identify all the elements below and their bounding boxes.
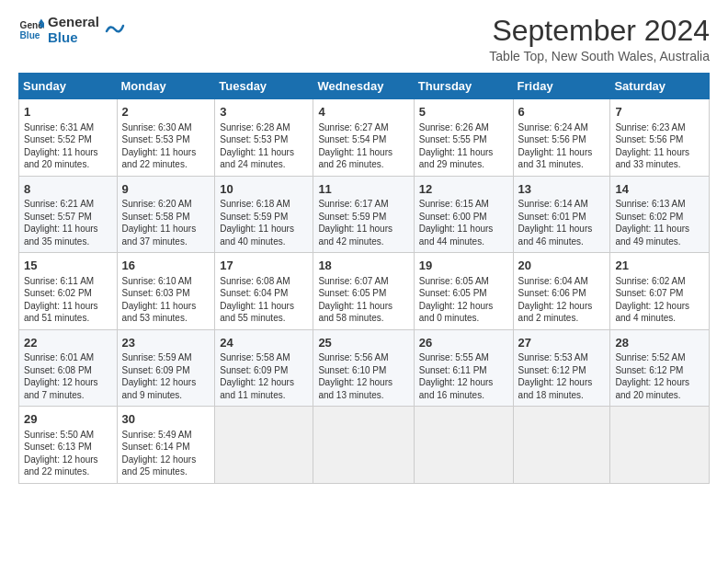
header: General Blue General Blue September 2024… bbox=[18, 15, 710, 63]
table-row: 30Sunrise: 5:49 AM Sunset: 6:14 PM Dayli… bbox=[117, 407, 215, 484]
day-number: 1 bbox=[24, 104, 112, 121]
day-number: 22 bbox=[24, 335, 112, 351]
calendar-week-row: 22Sunrise: 6:01 AM Sunset: 6:08 PM Dayli… bbox=[19, 329, 710, 407]
day-info: Sunrise: 6:20 AM Sunset: 5:58 PM Dayligh… bbox=[122, 198, 210, 247]
table-row: 13Sunrise: 6:14 AM Sunset: 6:01 PM Dayli… bbox=[513, 176, 610, 253]
page: General Blue General Blue September 2024… bbox=[0, 0, 728, 563]
table-row: 9Sunrise: 6:20 AM Sunset: 5:58 PM Daylig… bbox=[117, 176, 215, 253]
calendar-week-row: 1Sunrise: 6:31 AM Sunset: 5:52 PM Daylig… bbox=[19, 99, 710, 177]
col-sunday: Sunday bbox=[19, 74, 118, 99]
day-number: 8 bbox=[24, 181, 112, 198]
svg-text:Blue: Blue bbox=[20, 30, 40, 40]
day-info: Sunrise: 6:04 AM Sunset: 6:06 PM Dayligh… bbox=[518, 275, 606, 325]
day-info: Sunrise: 5:50 AM Sunset: 6:13 PM Dayligh… bbox=[24, 429, 112, 478]
table-row: 24Sunrise: 5:58 AM Sunset: 6:09 PM Dayli… bbox=[215, 329, 313, 407]
day-info: Sunrise: 6:15 AM Sunset: 6:00 PM Dayligh… bbox=[419, 198, 508, 247]
day-info: Sunrise: 6:01 AM Sunset: 6:08 PM Dayligh… bbox=[24, 351, 112, 401]
table-row: 26Sunrise: 5:55 AM Sunset: 6:11 PM Dayli… bbox=[414, 329, 513, 407]
day-number: 24 bbox=[220, 335, 308, 351]
day-info: Sunrise: 5:58 AM Sunset: 6:09 PM Dayligh… bbox=[220, 351, 308, 401]
day-info: Sunrise: 6:08 AM Sunset: 6:04 PM Dayligh… bbox=[220, 275, 308, 325]
logo-general: General bbox=[48, 15, 99, 30]
day-info: Sunrise: 6:10 AM Sunset: 6:03 PM Dayligh… bbox=[122, 275, 210, 325]
day-info: Sunrise: 6:17 AM Sunset: 5:59 PM Dayligh… bbox=[318, 198, 408, 247]
day-info: Sunrise: 5:52 AM Sunset: 6:12 PM Dayligh… bbox=[615, 351, 704, 401]
day-number: 25 bbox=[318, 335, 408, 351]
table-row: 3Sunrise: 6:28 AM Sunset: 5:53 PM Daylig… bbox=[215, 99, 313, 177]
day-info: Sunrise: 6:14 AM Sunset: 6:01 PM Dayligh… bbox=[518, 198, 606, 247]
table-row: 20Sunrise: 6:04 AM Sunset: 6:06 PM Dayli… bbox=[513, 253, 610, 330]
day-info: Sunrise: 6:02 AM Sunset: 6:07 PM Dayligh… bbox=[615, 275, 704, 325]
day-info: Sunrise: 6:24 AM Sunset: 5:56 PM Dayligh… bbox=[518, 121, 606, 171]
day-info: Sunrise: 5:55 AM Sunset: 6:11 PM Dayligh… bbox=[419, 351, 508, 401]
day-info: Sunrise: 5:56 AM Sunset: 6:10 PM Dayligh… bbox=[318, 351, 408, 401]
col-friday: Friday bbox=[513, 74, 610, 99]
day-number: 9 bbox=[122, 181, 210, 198]
day-number: 12 bbox=[419, 181, 508, 198]
day-number: 19 bbox=[419, 258, 508, 274]
day-number: 10 bbox=[220, 181, 308, 198]
table-row: 18Sunrise: 6:07 AM Sunset: 6:05 PM Dayli… bbox=[313, 253, 414, 330]
table-row: 19Sunrise: 6:05 AM Sunset: 6:05 PM Dayli… bbox=[414, 253, 513, 330]
day-info: Sunrise: 5:53 AM Sunset: 6:12 PM Dayligh… bbox=[518, 351, 606, 401]
table-row: 27Sunrise: 5:53 AM Sunset: 6:12 PM Dayli… bbox=[513, 329, 610, 407]
day-number: 17 bbox=[220, 258, 308, 274]
day-info: Sunrise: 6:23 AM Sunset: 5:56 PM Dayligh… bbox=[615, 121, 704, 171]
day-number: 29 bbox=[24, 411, 112, 428]
table-row bbox=[610, 407, 710, 484]
day-number: 28 bbox=[615, 335, 704, 351]
day-number: 5 bbox=[419, 104, 508, 121]
day-number: 4 bbox=[318, 104, 408, 121]
day-info: Sunrise: 6:21 AM Sunset: 5:57 PM Dayligh… bbox=[24, 198, 112, 247]
day-number: 3 bbox=[220, 104, 308, 121]
day-number: 26 bbox=[419, 335, 508, 351]
table-row bbox=[513, 407, 610, 484]
table-row: 4Sunrise: 6:27 AM Sunset: 5:54 PM Daylig… bbox=[313, 99, 414, 177]
day-number: 7 bbox=[615, 104, 704, 121]
day-info: Sunrise: 6:30 AM Sunset: 5:53 PM Dayligh… bbox=[122, 121, 210, 171]
day-number: 2 bbox=[122, 104, 210, 121]
table-row: 28Sunrise: 5:52 AM Sunset: 6:12 PM Dayli… bbox=[610, 329, 710, 407]
day-number: 27 bbox=[518, 335, 606, 351]
day-info: Sunrise: 6:13 AM Sunset: 6:02 PM Dayligh… bbox=[615, 198, 704, 247]
day-info: Sunrise: 5:59 AM Sunset: 6:09 PM Dayligh… bbox=[122, 351, 210, 401]
col-thursday: Thursday bbox=[414, 74, 513, 99]
table-row: 16Sunrise: 6:10 AM Sunset: 6:03 PM Dayli… bbox=[117, 253, 215, 330]
table-row: 17Sunrise: 6:08 AM Sunset: 6:04 PM Dayli… bbox=[215, 253, 313, 330]
table-row: 6Sunrise: 6:24 AM Sunset: 5:56 PM Daylig… bbox=[513, 99, 610, 177]
table-row: 8Sunrise: 6:21 AM Sunset: 5:57 PM Daylig… bbox=[19, 176, 118, 253]
col-wednesday: Wednesday bbox=[313, 74, 414, 99]
day-info: Sunrise: 6:26 AM Sunset: 5:55 PM Dayligh… bbox=[419, 121, 508, 171]
table-row bbox=[215, 407, 313, 484]
day-number: 6 bbox=[518, 104, 606, 121]
table-row bbox=[414, 407, 513, 484]
calendar-week-row: 15Sunrise: 6:11 AM Sunset: 6:02 PM Dayli… bbox=[19, 253, 710, 330]
table-row: 23Sunrise: 5:59 AM Sunset: 6:09 PM Dayli… bbox=[117, 329, 215, 407]
day-info: Sunrise: 5:49 AM Sunset: 6:14 PM Dayligh… bbox=[122, 429, 210, 478]
title-block: September 2024 Table Top, New South Wale… bbox=[489, 15, 710, 63]
table-row: 12Sunrise: 6:15 AM Sunset: 6:00 PM Dayli… bbox=[414, 176, 513, 253]
calendar-week-row: 29Sunrise: 5:50 AM Sunset: 6:13 PM Dayli… bbox=[19, 407, 710, 484]
day-number: 13 bbox=[518, 181, 606, 198]
col-tuesday: Tuesday bbox=[215, 74, 313, 99]
logo: General Blue General Blue bbox=[18, 15, 125, 45]
table-row: 1Sunrise: 6:31 AM Sunset: 5:52 PM Daylig… bbox=[19, 99, 118, 177]
day-number: 30 bbox=[122, 411, 210, 428]
table-row: 15Sunrise: 6:11 AM Sunset: 6:02 PM Dayli… bbox=[19, 253, 118, 330]
logo-icon: General Blue bbox=[18, 17, 44, 43]
day-number: 15 bbox=[24, 258, 112, 274]
table-row: 11Sunrise: 6:17 AM Sunset: 5:59 PM Dayli… bbox=[313, 176, 414, 253]
day-info: Sunrise: 6:11 AM Sunset: 6:02 PM Dayligh… bbox=[24, 275, 112, 325]
day-number: 14 bbox=[615, 181, 704, 198]
table-row: 10Sunrise: 6:18 AM Sunset: 5:59 PM Dayli… bbox=[215, 176, 313, 253]
calendar-header-row: Sunday Monday Tuesday Wednesday Thursday… bbox=[19, 74, 710, 99]
calendar-week-row: 8Sunrise: 6:21 AM Sunset: 5:57 PM Daylig… bbox=[19, 176, 710, 253]
table-row: 22Sunrise: 6:01 AM Sunset: 6:08 PM Dayli… bbox=[19, 329, 118, 407]
subtitle: Table Top, New South Wales, Australia bbox=[489, 49, 710, 63]
logo-wave-icon bbox=[105, 17, 125, 37]
table-row: 14Sunrise: 6:13 AM Sunset: 6:02 PM Dayli… bbox=[610, 176, 710, 253]
day-number: 11 bbox=[318, 181, 408, 198]
day-info: Sunrise: 6:07 AM Sunset: 6:05 PM Dayligh… bbox=[318, 275, 408, 325]
main-title: September 2024 bbox=[489, 15, 710, 47]
table-row bbox=[313, 407, 414, 484]
